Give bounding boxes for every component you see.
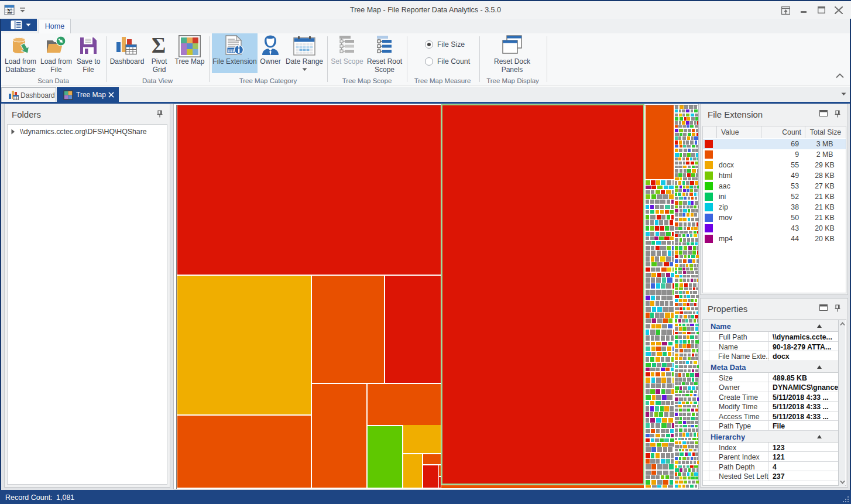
svg-text:Σ: Σ xyxy=(7,6,12,15)
